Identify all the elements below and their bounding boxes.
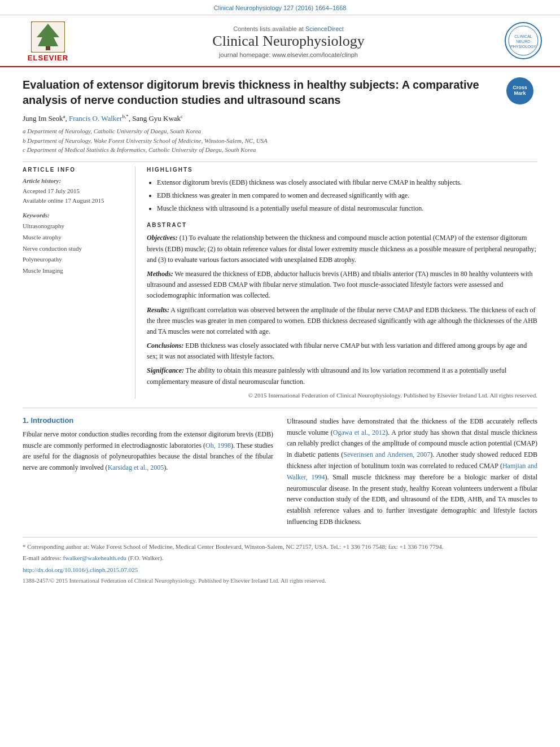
crossmark-sublabel: Mark xyxy=(514,91,526,97)
author3-sup: c xyxy=(181,113,183,119)
corresponding-author-note: * Corresponding author at: Wake Forest S… xyxy=(23,542,537,552)
accepted-date: Accepted 17 July 2015 xyxy=(23,186,126,196)
email-label: E-mail address: xyxy=(23,554,63,561)
body-section: 1. Introduction Fibular nerve motor cond… xyxy=(23,408,537,528)
abstract-header: ABSTRACT xyxy=(147,222,537,228)
objectives-label: Objectives: xyxy=(147,234,178,242)
svg-text:CLINICAL: CLINICAL xyxy=(514,34,532,38)
keyword-2: Muscle atrophy xyxy=(23,232,126,243)
journal-reference: Clinical Neurophysiology 127 (2016) 1664… xyxy=(214,5,347,11)
results-text: A significant correlation was observed b… xyxy=(147,306,537,335)
author2-name[interactable]: Francis O. Walker xyxy=(69,114,122,123)
elsevier-tree-icon xyxy=(31,21,65,53)
keyword-5: Muscle Imaging xyxy=(23,265,126,277)
keyword-3: Nerve conduction study xyxy=(23,243,126,255)
affil-b: b Department of Neurology, Wake Forest U… xyxy=(23,136,537,146)
significance-label: Significance: xyxy=(147,366,184,374)
keywords-label: Keywords: xyxy=(23,212,126,219)
history-text: Accepted 17 July 2015 Available online 1… xyxy=(23,186,126,206)
methods-text: We measured the thickness of EDB, abduct… xyxy=(147,270,532,299)
svg-text:NEURO: NEURO xyxy=(516,40,531,43)
article-title: Evaluation of extensor digitorum brevis … xyxy=(23,77,501,108)
top-bar: Clinical Neurophysiology 127 (2016) 1664… xyxy=(0,0,560,15)
intro-paragraph-right: Ultrasound studies have demonstrated tha… xyxy=(287,416,537,528)
ref-oh-1998[interactable]: Oh, 1998 xyxy=(205,442,231,449)
svg-rect-2 xyxy=(46,46,50,50)
intro-title: 1. Introduction xyxy=(23,416,273,425)
objectives-text: (1) To evaluate the relationship between… xyxy=(147,234,536,263)
author1-sup: a xyxy=(63,113,65,119)
abstract-methods: Methods: We measured the thickness of ED… xyxy=(147,269,537,302)
elsevier-logo-area: ELSEVIER xyxy=(17,21,79,62)
abstract-significance: Significance: The ability to obtain this… xyxy=(147,365,537,387)
keyword-1: Ultrasonography xyxy=(23,221,126,232)
doi-link[interactable]: http://dx.doi.org/10.1016/j.clinph.2015.… xyxy=(23,566,138,573)
conclusions-text: EDB thickness was closely associated wit… xyxy=(147,342,527,360)
highlights-abstract-column: HIGHLIGHTS Extensor digitorum brevis (ED… xyxy=(147,167,537,399)
journal-right-logo: CLINICAL NEURO PHYSIOLOGY xyxy=(498,21,543,63)
ref-severinsen[interactable]: Severinsen and Andersen, 2007 xyxy=(343,451,430,458)
issn-line: 1388-2457/© 2015 International Federatio… xyxy=(23,576,537,586)
doi-line: http://dx.doi.org/10.1016/j.clinph.2015.… xyxy=(23,565,537,575)
article-title-section: Evaluation of extensor digitorum brevis … xyxy=(23,77,537,108)
ref-hamjian[interactable]: Hamjian and Walker, 1994 xyxy=(287,462,537,481)
sciencedirect-link-area: Contents lists available at ScienceDirec… xyxy=(79,25,498,32)
affil-c: c Department of Medical Statistics & Inf… xyxy=(23,145,537,155)
divider-1 xyxy=(23,161,537,162)
sciencedirect-link[interactable]: ScienceDirect xyxy=(305,25,344,32)
two-column-layout: ARTICLE INFO Article history: Accepted 1… xyxy=(23,167,537,399)
svg-text:PHYSIOLOGY: PHYSIOLOGY xyxy=(510,45,536,49)
significance-text: The ability to obtain this measure painl… xyxy=(147,366,506,385)
highlights-list: Extensor digitorum brevis (EDB) thicknes… xyxy=(147,177,537,215)
abstract-results: Results: A significant correlation was o… xyxy=(147,305,537,338)
email-link[interactable]: fwalker@wakehealth.edu xyxy=(63,554,126,561)
body-col-right: Ultrasound studies have demonstrated tha… xyxy=(287,416,537,528)
copyright-text: © 2015 International Federation of Clini… xyxy=(147,392,537,399)
email-note: E-mail address: fwalker@wakehealth.edu (… xyxy=(23,553,537,563)
history-label: Article history: xyxy=(23,177,126,184)
journal-homepage: journal homepage: www.elsevier.com/locat… xyxy=(79,51,498,58)
footnote-area: * Corresponding author at: Wake Forest S… xyxy=(23,537,537,586)
abstract-conclusions: Conclusions: EDB thickness was closely a… xyxy=(147,340,537,362)
keyword-4: Polyneuropathy xyxy=(23,254,126,265)
journal-center-header: Contents lists available at ScienceDirec… xyxy=(79,25,498,58)
journal-logo-icon: CLINICAL NEURO PHYSIOLOGY xyxy=(504,21,543,60)
author1-name: Jung Im Seok xyxy=(23,114,63,123)
main-content: Evaluation of extensor digitorum brevis … xyxy=(0,67,560,593)
ref-karsidag[interactable]: Karsidag et al., 2005 xyxy=(108,464,164,471)
article-info-column: ARTICLE INFO Article history: Accepted 1… xyxy=(23,167,135,399)
abstract-section: ABSTRACT Objectives: (1) To evaluate the… xyxy=(147,222,537,398)
journal-header: ELSEVIER Contents lists available at Sci… xyxy=(0,15,560,67)
email-attribution: (F.O. Walker). xyxy=(128,554,164,561)
methods-label: Methods: xyxy=(147,270,173,278)
elsevier-wordmark: ELSEVIER xyxy=(28,54,68,62)
abstract-text: Objectives: (1) To evaluate the relation… xyxy=(147,233,537,387)
highlight-1: Extensor digitorum brevis (EDB) thicknes… xyxy=(157,177,537,188)
intro-paragraph-1: Fibular nerve motor conduction studies r… xyxy=(23,429,273,474)
crossmark-area: Cross Mark xyxy=(506,77,537,104)
ref-ogawa[interactable]: Ogawa et al., 2012 xyxy=(333,429,386,436)
elsevier-logo: ELSEVIER xyxy=(17,21,79,62)
authors-line: Jung Im Seoka, Francis O. Walkerb,*, San… xyxy=(23,113,537,123)
article-title-text: Evaluation of extensor digitorum brevis … xyxy=(23,77,501,108)
conclusions-label: Conclusions: xyxy=(147,342,183,350)
affiliations: a Department of Neurology, Catholic Univ… xyxy=(23,126,537,155)
journal-title: Clinical Neurophysiology xyxy=(79,32,498,50)
affil-a: a Department of Neurology, Catholic Univ… xyxy=(23,126,537,136)
author2-sup: b,* xyxy=(122,113,128,119)
results-label: Results: xyxy=(147,306,169,314)
crossmark-badge: Cross Mark xyxy=(506,77,533,104)
highlight-3: Muscle thickness with ultrasound is a po… xyxy=(157,203,537,214)
available-date: Available online 17 August 2015 xyxy=(23,196,126,206)
abstract-objectives: Objectives: (1) To evaluate the relation… xyxy=(147,233,537,265)
body-col-left: 1. Introduction Fibular nerve motor cond… xyxy=(23,416,273,528)
highlights-header: HIGHLIGHTS xyxy=(147,167,537,173)
highlight-2: EDB thickness was greater in men compare… xyxy=(157,190,537,201)
author3-name: Sang Gyu Kwak xyxy=(132,114,181,123)
article-info-header: ARTICLE INFO xyxy=(23,167,126,173)
keywords-list: Ultrasonography Muscle atrophy Nerve con… xyxy=(23,221,126,277)
